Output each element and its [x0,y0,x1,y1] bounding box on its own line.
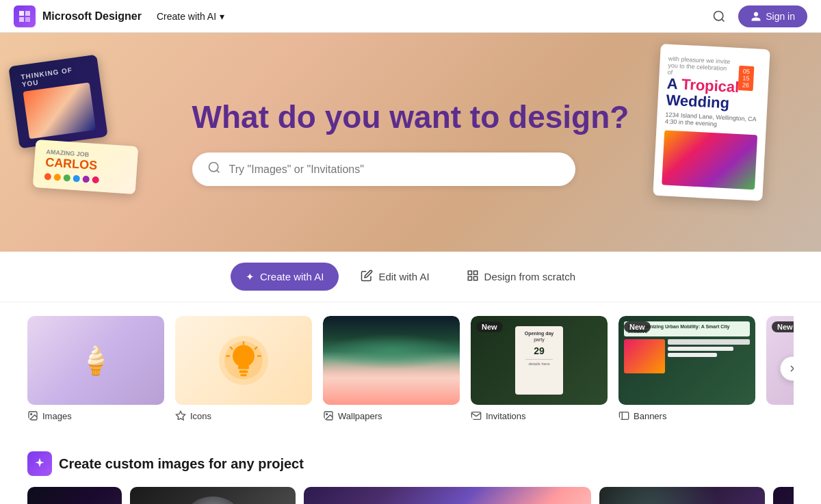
card-label-images: Images [27,410,164,421]
svg-rect-15 [238,366,249,369]
template-card-images[interactable]: 🍦 Images [27,316,164,421]
banners-label: Banners [634,411,666,421]
svg-point-5 [209,163,218,172]
tropical-card: 051526 with pleasure we invite you to th… [653,44,770,201]
svg-rect-9 [473,277,477,280]
chevron-down-icon: ▾ [220,11,224,22]
svg-point-11 [31,414,32,415]
tab-design-scratch-label: Design from scratch [484,271,575,282]
hero-content: What do you want to design? [192,98,629,186]
icons-label: Icons [190,411,211,421]
card-image-invitations: Opening day party 29 details here New [471,316,608,405]
thinking-card: THINKING OF YOU [8,55,108,149]
svg-point-4 [714,11,723,20]
svg-point-25 [326,414,328,415]
template-card-icons[interactable]: Icons [175,316,312,421]
gallery-item-4[interactable] [599,487,765,504]
sign-in-button[interactable]: Sign in [738,5,807,27]
gallery-item-3[interactable] [304,487,591,504]
header-left: Microsoft Designer Create with AI ▾ [14,5,233,27]
hero-decoration-right: 051526 with pleasure we invite you to th… [657,47,794,198]
create-with-ai-nav[interactable]: Create with AI ▾ [148,7,233,26]
search-bar[interactable] [192,152,575,186]
card-label-invitations: Invitations [471,410,608,421]
custom-images-section: Create custom images for any project [0,435,821,504]
svg-rect-26 [619,412,628,420]
tab-edit-with-ai[interactable]: Edit with AI [346,263,444,291]
invitations-new-badge: New [476,321,503,332]
cards-row: 🍦 Images [27,316,794,421]
sign-in-label: Sign in [766,11,795,22]
template-cards-section: 🍦 Images [0,302,821,435]
invitations-icon [471,410,482,421]
search-input[interactable] [229,163,560,176]
banners-icon [618,410,629,421]
card-image-wallpapers [323,316,460,405]
hero-decoration-left: THINKING OF YOU AMAZING JOB CARLOS [14,60,164,191]
card-label-banners: Banners [618,410,755,421]
tab-create-ai-label: Create with AI [260,271,324,282]
tab-create-with-ai[interactable]: ✦ Create with AI [231,263,339,291]
template-card-banners[interactable]: Revolutionizing Urban Mobility: A Smart … [618,316,755,421]
sparkle-icon: ✦ [246,271,255,283]
svg-rect-2 [19,17,24,22]
new-card-new-badge: New [772,321,794,332]
cards-container: 🍦 Images [27,316,794,421]
hero-title: What do you want to design? [192,98,629,136]
images-label: Images [42,411,72,421]
tab-edit-ai-label: Edit with AI [378,271,429,282]
edit-icon [361,269,373,284]
svg-rect-3 [25,17,30,22]
logo-icon [14,5,36,27]
tabs-nav: ✦ Create with AI Edit with AI Design fro… [0,252,821,302]
card-image-images: 🍦 [27,316,164,405]
gallery-item-5[interactable] [773,487,794,504]
svg-rect-1 [25,11,30,16]
card-image-icons [175,316,312,405]
template-card-invitations[interactable]: Opening day party 29 details here New [471,316,608,421]
search-icon [207,161,221,178]
wallpapers-label: Wallpapers [338,411,382,421]
header-right: Sign in [707,4,807,29]
images-icon [27,410,38,421]
wallpapers-icon [323,410,334,421]
svg-rect-6 [468,271,471,274]
app-title: Microsoft Designer [42,10,142,23]
template-card-wallpapers[interactable]: Wallpapers [323,316,460,421]
carlos-card: AMAZING JOB CARLOS [33,140,139,194]
custom-section-title: Create custom images for any project [59,456,304,472]
gallery-item-1[interactable] [27,487,122,504]
section-title: Create custom images for any project [27,451,794,476]
card-label-wallpapers: Wallpapers [323,410,460,421]
svg-rect-0 [19,11,24,16]
section-icon [27,451,52,476]
tab-design-from-scratch[interactable]: Design from scratch [452,263,590,291]
gallery-item-2[interactable] [130,487,296,504]
card-image-banners: Revolutionizing Urban Mobility: A Smart … [618,316,755,405]
nav-label: Create with AI [157,11,216,22]
banners-new-badge: New [624,321,651,332]
svg-rect-17 [240,374,247,376]
settings-button[interactable] [707,4,731,29]
svg-rect-16 [239,370,248,373]
image-gallery [27,487,794,504]
card-label-icons: Icons [175,410,312,421]
header: Microsoft Designer Create with AI ▾ Sign… [0,0,821,33]
svg-rect-8 [468,277,471,280]
hero-banner: THINKING OF YOU AMAZING JOB CARLOS 05152… [0,33,821,252]
svg-point-14 [233,345,255,367]
svg-marker-23 [176,411,185,420]
svg-rect-7 [473,271,477,274]
icons-icon [175,410,186,421]
invitations-label: Invitations [486,411,526,421]
grid-icon [467,269,479,284]
